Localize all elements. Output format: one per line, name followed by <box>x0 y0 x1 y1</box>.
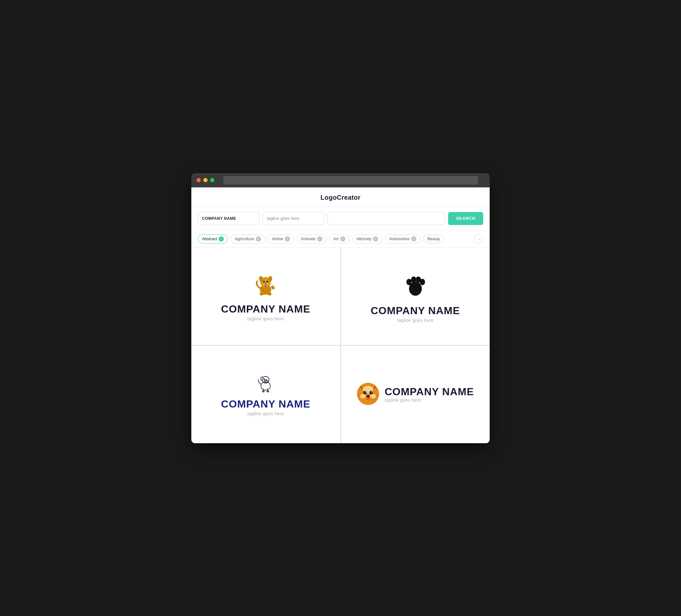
traffic-light-close[interactable] <box>197 178 201 182</box>
filter-check-agriculture: ✓ <box>256 236 261 241</box>
filter-bar: Abstract ✓ Agriculture ✓ Airline ✓ Anima… <box>191 231 490 248</box>
filter-chip-agriculture[interactable]: Agriculture ✓ <box>231 234 265 243</box>
svg-point-7 <box>265 283 267 284</box>
filter-label-art: Art <box>333 237 338 241</box>
svg-point-39 <box>367 397 370 400</box>
logo-inline-4: COMPANY NAME tagline goes here <box>357 383 474 407</box>
svg-point-8 <box>264 284 267 288</box>
logo-grid: COMPANY NAME tagline goes here <box>191 248 490 443</box>
filter-label-agriculture: Agriculture <box>235 237 254 241</box>
traffic-light-minimize[interactable] <box>203 178 207 182</box>
svg-point-38 <box>367 395 370 397</box>
filter-check-animals: ✓ <box>317 236 322 241</box>
filter-label-attorney: Attorney <box>356 237 372 241</box>
app-title: LogoCreator <box>320 194 360 201</box>
company-name-input[interactable] <box>198 212 259 225</box>
svg-point-13 <box>406 279 411 285</box>
logo-company-name-4: COMPANY NAME <box>385 386 474 397</box>
filter-check-abstract: ✓ <box>219 236 224 241</box>
svg-point-16 <box>420 279 425 285</box>
filter-chip-animals[interactable]: Animals ✓ <box>297 234 326 243</box>
logo-card-2[interactable]: COMPANY NAME tagline goes here <box>341 248 490 345</box>
filter-check-art: ✓ <box>340 236 345 241</box>
shiba-face-icon <box>357 383 379 407</box>
paw-print-icon <box>401 270 430 300</box>
app-header: LogoCreator <box>191 187 490 207</box>
svg-point-29 <box>370 394 376 399</box>
filter-check-airline: ✓ <box>285 236 290 241</box>
filter-chip-art[interactable]: Art ✓ <box>329 234 350 243</box>
svg-point-20 <box>266 380 267 380</box>
tagline-input[interactable] <box>263 212 324 225</box>
browser-titlebar <box>191 173 490 187</box>
logo-tagline-4: tagline goes here <box>385 397 474 403</box>
logo-tagline-3: tagline goes here <box>247 411 284 416</box>
svg-point-4 <box>263 281 265 282</box>
outline-dog-icon <box>254 373 277 393</box>
url-bar[interactable] <box>223 176 478 184</box>
logo-card-1[interactable]: COMPANY NAME tagline goes here <box>191 248 340 345</box>
app-content: LogoCreator SEARCH Abstract ✓ Agricultur… <box>191 187 490 443</box>
logo-tagline-2: tagline goes here <box>397 318 434 323</box>
traffic-light-maximize[interactable] <box>210 178 215 182</box>
svg-point-37 <box>371 391 373 393</box>
svg-point-28 <box>360 394 366 399</box>
browser-window: LogoCreator SEARCH Abstract ✓ Agricultur… <box>191 173 490 443</box>
svg-point-36 <box>365 391 366 393</box>
filter-chip-attorney[interactable]: Attorney ✓ <box>352 234 383 243</box>
filter-label-airline: Airline <box>272 237 283 241</box>
logo-tagline-1: tagline goes here <box>247 316 284 321</box>
svg-point-35 <box>369 391 373 394</box>
logo-company-name-1: COMPANY NAME <box>221 304 310 314</box>
filter-chip-beauty[interactable]: Beauty <box>423 235 444 243</box>
logo-card-3[interactable]: COMPANY NAME tagline goes here <box>191 346 340 443</box>
logo-card-4[interactable]: COMPANY NAME tagline goes here <box>341 346 490 443</box>
filter-label-automotive: Automotive <box>389 237 409 241</box>
svg-point-9 <box>260 292 264 296</box>
filter-label-beauty: Beauty <box>427 237 440 241</box>
filter-next-arrow[interactable]: → <box>474 234 483 243</box>
cartoon-dog-icon <box>253 272 279 299</box>
industry-input[interactable] <box>328 212 445 225</box>
svg-point-21 <box>263 379 264 380</box>
svg-point-34 <box>363 391 367 394</box>
filter-chip-airline[interactable]: Airline ✓ <box>268 234 295 243</box>
logo-company-name-3: COMPANY NAME <box>221 399 310 409</box>
filter-label-abstract: Abstract <box>202 237 217 241</box>
search-bar: SEARCH <box>191 207 490 231</box>
svg-point-14 <box>411 276 416 283</box>
filter-chip-abstract[interactable]: Abstract ✓ <box>198 234 228 243</box>
svg-point-5 <box>267 281 268 282</box>
search-button[interactable]: SEARCH <box>448 212 483 225</box>
filter-chip-automotive[interactable]: Automotive ✓ <box>385 234 421 243</box>
svg-point-10 <box>268 292 272 296</box>
logo-company-name-2: COMPANY NAME <box>371 305 460 316</box>
logo-text-block-4: COMPANY NAME tagline goes here <box>385 386 474 403</box>
filter-check-attorney: ✓ <box>373 236 378 241</box>
filter-label-animals: Animals <box>301 237 315 241</box>
filter-check-automotive: ✓ <box>411 236 417 241</box>
